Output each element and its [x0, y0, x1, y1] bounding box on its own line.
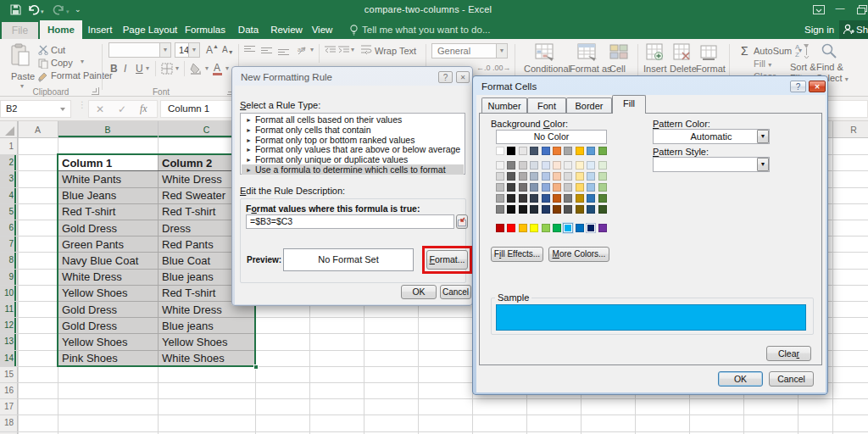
conditional-formatting-icon[interactable] [534, 42, 554, 63]
tint-color-swatch[interactable] [530, 205, 538, 214]
underline-button[interactable]: U [136, 63, 143, 75]
wrap-text-icon[interactable] [360, 44, 372, 54]
format-cells-icon[interactable] [700, 43, 717, 60]
orientation-dropdown-icon[interactable]: ▾ [310, 46, 314, 53]
standard-color-swatch[interactable] [576, 224, 584, 232]
tint-color-swatch[interactable] [553, 194, 561, 203]
insert-cells-label[interactable]: Insert [643, 64, 667, 74]
font-color-dropdown-icon[interactable]: ▾ [225, 64, 229, 72]
format-painter-label[interactable]: Format Painter [51, 70, 113, 81]
tab-number[interactable]: Number [481, 97, 527, 114]
tint-color-swatch[interactable] [496, 161, 504, 170]
tab-formulas[interactable]: Formulas [181, 20, 229, 39]
bold-button[interactable]: B [110, 63, 118, 75]
cancel-button[interactable]: Cancel [440, 285, 471, 299]
tint-color-swatch[interactable] [598, 183, 607, 192]
tint-color-swatch[interactable] [587, 205, 595, 214]
tint-color-swatch[interactable] [564, 172, 572, 181]
tint-color-swatch[interactable] [519, 205, 527, 214]
paste-icon[interactable] [10, 43, 32, 69]
row-header-7[interactable]: 7 [0, 239, 14, 248]
align-middle-icon[interactable] [261, 46, 272, 55]
tint-color-swatch[interactable] [564, 205, 572, 214]
standard-color-swatch[interactable] [598, 224, 607, 232]
theme-color-swatch[interactable] [587, 147, 595, 155]
number-format-combo[interactable]: General▼ [431, 43, 508, 58]
tab-data[interactable]: Data [232, 20, 264, 39]
tint-color-swatch[interactable] [598, 205, 607, 214]
tint-color-swatch[interactable] [530, 194, 538, 203]
find-select-label-1[interactable]: Find & [816, 62, 843, 72]
insert-function-icon[interactable]: fx [140, 103, 147, 115]
row-header-2[interactable]: 2 [0, 158, 14, 167]
tab-view[interactable]: View [307, 20, 337, 39]
ok-button[interactable]: OK [401, 285, 437, 299]
row-header-10[interactable]: 10 [0, 288, 14, 298]
tint-color-swatch[interactable] [576, 172, 584, 181]
row-header-17[interactable]: 17 [0, 402, 14, 411]
row-header-12[interactable]: 12 [0, 320, 14, 330]
standard-color-swatch-outlined[interactable] [587, 224, 595, 232]
help-button[interactable]: ? [790, 81, 806, 92]
ok-button[interactable]: OK [718, 371, 763, 387]
theme-color-swatch[interactable] [564, 147, 572, 155]
rule-type-item[interactable]: ►Format only unique or duplicate values [242, 154, 464, 164]
tab-file[interactable]: File [2, 22, 38, 39]
tint-color-swatch[interactable] [530, 172, 538, 181]
tint-color-swatch[interactable] [598, 161, 607, 170]
row-header-5[interactable]: 5 [0, 207, 14, 216]
tint-color-swatch[interactable] [553, 183, 561, 192]
tint-color-swatch[interactable] [587, 183, 595, 192]
cancel-entry-icon[interactable]: ✕ [96, 103, 104, 115]
tint-color-swatch[interactable] [519, 172, 527, 181]
standard-color-swatch[interactable] [542, 224, 550, 232]
wrap-text-label[interactable]: Wrap Text [375, 46, 416, 56]
rule-type-item[interactable]: ►Format only cells that contain [242, 125, 464, 135]
copy-icon[interactable] [38, 58, 48, 69]
row-header-11[interactable]: 11 [0, 304, 14, 314]
fill-label[interactable]: Fill ▾ [754, 58, 771, 69]
format-painter-icon[interactable] [37, 71, 48, 82]
tab-review[interactable]: Review [266, 20, 307, 39]
row-header-14[interactable]: 14 [0, 353, 14, 363]
cell-styles-icon[interactable] [609, 42, 629, 63]
borders-icon[interactable] [161, 63, 173, 75]
clear-button[interactable]: Clear [766, 346, 811, 361]
row-header-18[interactable]: 18 [0, 418, 14, 427]
tint-color-swatch[interactable] [576, 161, 584, 170]
close-button[interactable]: ✕ [456, 71, 470, 83]
tint-color-swatch[interactable] [507, 194, 515, 203]
tint-color-swatch[interactable] [530, 161, 538, 170]
row-header-9[interactable]: 9 [0, 272, 14, 281]
align-bottom-icon[interactable] [278, 47, 289, 57]
tint-color-swatch[interactable] [507, 172, 515, 181]
tint-color-swatch[interactable] [564, 161, 572, 170]
fill-color-dropdown-icon[interactable]: ▾ [205, 64, 209, 72]
autosum-sigma-icon[interactable]: Σ [741, 44, 748, 58]
format-cells-label[interactable]: Format [696, 64, 726, 74]
tint-color-swatch[interactable] [542, 183, 550, 192]
help-button[interactable]: ? [438, 71, 453, 83]
format-as-table-label-1[interactable]: Format as [570, 64, 612, 74]
pattern-style-combo[interactable] [653, 157, 770, 172]
tint-color-swatch[interactable] [496, 172, 504, 181]
tint-color-swatch[interactable] [564, 183, 572, 192]
tint-color-swatch[interactable] [496, 194, 504, 203]
tab-page-layout[interactable]: Page Layout [120, 20, 181, 39]
tint-color-swatch[interactable] [530, 183, 538, 192]
tint-color-swatch[interactable] [576, 205, 584, 214]
standard-color-swatch[interactable] [496, 224, 504, 232]
close-button[interactable]: ✕ [809, 81, 826, 92]
align-top-icon[interactable] [244, 44, 255, 53]
standard-color-swatch[interactable] [507, 224, 515, 232]
tint-color-swatch[interactable] [519, 194, 527, 203]
tell-me-box[interactable]: Tell me what you want to do... [362, 20, 491, 39]
fill-color-icon[interactable] [190, 63, 203, 75]
grow-font-icon[interactable]: A▲ [206, 43, 219, 56]
tint-color-swatch[interactable] [553, 172, 561, 181]
tint-color-swatch[interactable] [576, 183, 584, 192]
formula-input[interactable]: =$B3=$C3 [246, 214, 454, 229]
theme-color-swatch[interactable] [496, 147, 504, 155]
decrease-indent-icon[interactable] [325, 46, 336, 54]
tab-home[interactable]: Home [40, 20, 82, 39]
